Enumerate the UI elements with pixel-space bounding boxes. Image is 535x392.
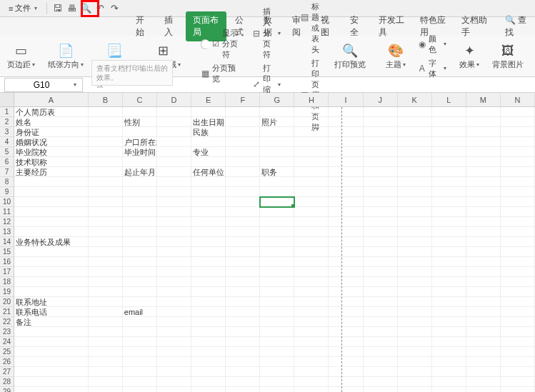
cell-F3[interactable] <box>226 127 260 137</box>
cell-J16[interactable] <box>364 257 398 267</box>
tab-security[interactable]: 安全 <box>343 11 370 41</box>
cell-M6[interactable] <box>466 157 501 167</box>
cell-I1[interactable] <box>329 107 363 117</box>
cell-C1[interactable] <box>123 107 157 117</box>
cell-D21[interactable] <box>157 307 191 317</box>
cell-I28[interactable] <box>329 377 363 387</box>
cell-J17[interactable] <box>364 267 398 277</box>
cell-G7[interactable]: 职务 <box>260 167 294 177</box>
column-header-B[interactable]: B <box>89 93 123 106</box>
cell-I15[interactable] <box>329 247 363 257</box>
cell-B19[interactable] <box>89 287 123 297</box>
cell-L6[interactable] <box>432 157 466 167</box>
cell-H7[interactable] <box>294 167 329 177</box>
column-header-F[interactable]: F <box>226 93 260 106</box>
cell-B13[interactable] <box>89 227 123 237</box>
cell-J1[interactable] <box>364 107 398 117</box>
cell-G27[interactable] <box>260 367 294 377</box>
cell-F20[interactable] <box>226 297 260 307</box>
cell-J29[interactable] <box>364 387 398 392</box>
cell-K29[interactable] <box>398 387 432 392</box>
cell-L9[interactable] <box>432 187 466 197</box>
cell-D10[interactable] <box>157 197 191 207</box>
cell-M13[interactable] <box>466 227 501 237</box>
cell-N25[interactable] <box>501 347 535 357</box>
cell-F6[interactable] <box>226 157 260 167</box>
row-header-7[interactable]: 7 <box>0 167 14 177</box>
cell-G23[interactable] <box>260 327 294 337</box>
cell-F15[interactable] <box>226 247 260 257</box>
cell-F13[interactable] <box>226 227 260 237</box>
cell-H4[interactable] <box>294 137 329 147</box>
cell-N9[interactable] <box>501 187 535 197</box>
cell-N5[interactable] <box>501 147 535 157</box>
cell-D9[interactable] <box>157 187 191 197</box>
cell-M26[interactable] <box>466 357 501 367</box>
cell-K20[interactable] <box>398 297 432 307</box>
cell-L26[interactable] <box>432 357 466 367</box>
cell-H12[interactable] <box>294 217 329 227</box>
cell-N24[interactable] <box>501 337 535 347</box>
row-header-28[interactable]: 28 <box>0 377 14 387</box>
row-header-13[interactable]: 13 <box>0 227 14 237</box>
cell-E9[interactable] <box>191 187 226 197</box>
cell-A5[interactable]: 毕业院校 <box>14 147 89 157</box>
cell-C24[interactable] <box>123 337 157 347</box>
cell-C2[interactable]: 性别 <box>123 117 157 127</box>
cell-G20[interactable] <box>260 297 294 307</box>
cell-G21[interactable] <box>260 307 294 317</box>
cell-J24[interactable] <box>364 337 398 347</box>
cell-E11[interactable] <box>191 207 226 217</box>
cell-G2[interactable]: 照片 <box>260 117 294 127</box>
cell-G12[interactable] <box>260 217 294 227</box>
print-preview-button[interactable]: 🔍 打印预览 <box>331 41 369 71</box>
cell-D24[interactable] <box>157 337 191 347</box>
cell-I21[interactable] <box>329 307 363 317</box>
cell-L3[interactable] <box>432 127 466 137</box>
search-button[interactable]: 🔍 查找 <box>498 11 535 41</box>
cell-G15[interactable] <box>260 247 294 257</box>
cell-B23[interactable] <box>89 327 123 337</box>
cell-I22[interactable] <box>329 317 363 327</box>
cell-J8[interactable] <box>364 177 398 187</box>
cell-H13[interactable] <box>294 227 329 237</box>
themes-button[interactable]: 🎨 主题▾ <box>383 41 409 71</box>
cell-L23[interactable] <box>432 327 466 337</box>
cell-A18[interactable] <box>14 277 89 287</box>
cell-B10[interactable] <box>89 197 123 207</box>
cell-I27[interactable] <box>329 367 363 377</box>
cell-H21[interactable] <box>294 307 329 317</box>
cell-C16[interactable] <box>123 257 157 267</box>
cell-H20[interactable] <box>294 297 329 307</box>
cell-G9[interactable] <box>260 187 294 197</box>
cell-A10[interactable] <box>14 197 89 207</box>
cell-K13[interactable] <box>398 227 432 237</box>
row-header-8[interactable]: 8 <box>0 177 14 187</box>
cell-G5[interactable] <box>260 147 294 157</box>
cell-C9[interactable] <box>123 187 157 197</box>
cell-I10[interactable] <box>329 197 363 207</box>
cell-F21[interactable] <box>226 307 260 317</box>
cell-C12[interactable] <box>123 217 157 227</box>
cell-E26[interactable] <box>191 357 226 367</box>
cell-F7[interactable] <box>226 167 260 177</box>
cell-K2[interactable] <box>398 117 432 127</box>
cell-M3[interactable] <box>466 127 501 137</box>
cell-J2[interactable] <box>364 117 398 127</box>
cell-B26[interactable] <box>89 357 123 367</box>
cell-B28[interactable] <box>89 377 123 387</box>
cell-D2[interactable] <box>157 117 191 127</box>
cell-B5[interactable] <box>89 147 123 157</box>
cell-B8[interactable] <box>89 177 123 187</box>
cell-A19[interactable] <box>14 287 89 297</box>
row-header-15[interactable]: 15 <box>0 247 14 257</box>
column-header-G[interactable]: G <box>260 93 294 106</box>
cell-C21[interactable]: email <box>123 307 157 317</box>
cell-K15[interactable] <box>398 247 432 257</box>
cell-N8[interactable] <box>501 177 535 187</box>
cell-H18[interactable] <box>294 277 329 287</box>
cell-L17[interactable] <box>432 267 466 277</box>
cell-K27[interactable] <box>398 367 432 377</box>
cell-J6[interactable] <box>364 157 398 167</box>
cell-C5[interactable]: 毕业时间 <box>123 147 157 157</box>
